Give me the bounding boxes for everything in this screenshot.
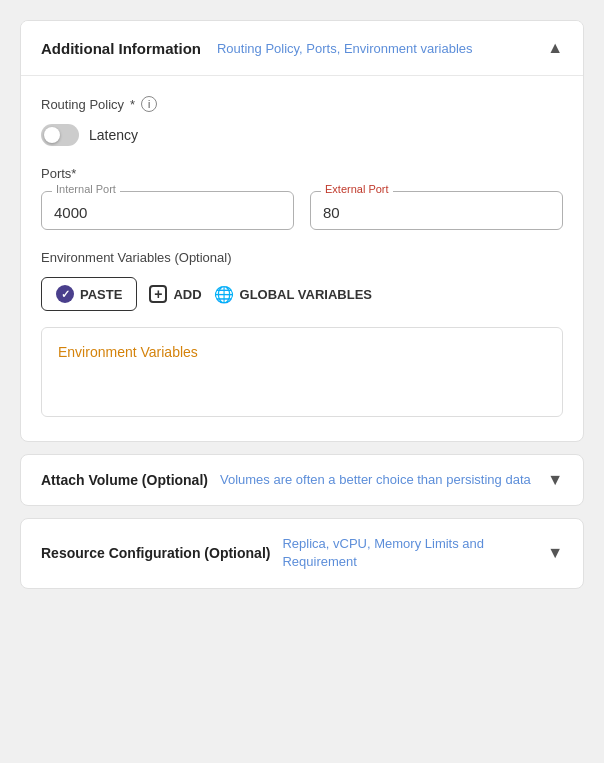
resource-config-subtitle: Replica, vCPU, Memory Limits and Require… (282, 535, 547, 571)
routing-policy-label: Routing Policy * i (41, 96, 563, 112)
add-plus-icon: + (149, 285, 167, 303)
attach-volume-header[interactable]: Attach Volume (Optional) Volumes are oft… (21, 455, 583, 505)
global-variables-label: GLOBAL VARIABLES (240, 287, 372, 302)
add-button[interactable]: + ADD (149, 285, 201, 303)
routing-policy-toggle-row: Latency (41, 124, 563, 146)
internal-port-label: Internal Port (52, 183, 120, 195)
resource-config-card: Resource Configuration (Optional) Replic… (20, 518, 584, 588)
internal-port-value[interactable]: 4000 (54, 204, 281, 221)
global-variables-button[interactable]: 🌐 GLOBAL VARIABLES (214, 285, 372, 304)
add-button-label: ADD (173, 287, 201, 302)
additional-info-subtitle: Routing Policy, Ports, Environment varia… (217, 41, 547, 56)
paste-button[interactable]: ✓ PASTE (41, 277, 137, 311)
additional-info-chevron[interactable]: ▲ (547, 39, 563, 57)
paste-button-label: PASTE (80, 287, 122, 302)
paste-check-icon: ✓ (56, 285, 74, 303)
env-buttons-row: ✓ PASTE + ADD 🌐 GLOBAL VARIABLES (41, 277, 563, 311)
latency-toggle-label: Latency (89, 127, 138, 143)
external-port-value[interactable]: 80 (323, 204, 550, 221)
attach-volume-card: Attach Volume (Optional) Volumes are oft… (20, 454, 584, 506)
latency-toggle[interactable] (41, 124, 79, 146)
additional-info-header: Additional Information Routing Policy, P… (21, 21, 583, 75)
additional-info-card: Additional Information Routing Policy, P… (20, 20, 584, 442)
routing-policy-required: * (130, 97, 135, 112)
external-port-label: External Port (321, 183, 393, 195)
resource-config-header[interactable]: Resource Configuration (Optional) Replic… (21, 519, 583, 587)
env-label: Environment Variables (Optional) (41, 250, 563, 265)
ports-label: Ports* (41, 166, 563, 181)
resource-config-chevron[interactable]: ▼ (547, 544, 563, 562)
routing-policy-info-icon[interactable]: i (141, 96, 157, 112)
env-textarea-wrapper[interactable]: Environment Variables (41, 327, 563, 417)
ports-row: Internal Port 4000 External Port 80 (41, 191, 563, 230)
resource-config-title: Resource Configuration (Optional) (41, 545, 270, 561)
page-container: Additional Information Routing Policy, P… (20, 20, 584, 589)
attach-volume-chevron[interactable]: ▼ (547, 471, 563, 489)
env-textarea-placeholder: Environment Variables (58, 344, 198, 360)
internal-port-group: Internal Port 4000 (41, 191, 294, 230)
additional-info-title: Additional Information (41, 40, 201, 57)
external-port-group: External Port 80 (310, 191, 563, 230)
attach-volume-title: Attach Volume (Optional) (41, 472, 208, 488)
section-body: Routing Policy * i Latency Ports* Intern… (21, 76, 583, 441)
globe-icon: 🌐 (214, 285, 234, 304)
attach-volume-subtitle: Volumes are often a better choice than p… (220, 471, 547, 489)
